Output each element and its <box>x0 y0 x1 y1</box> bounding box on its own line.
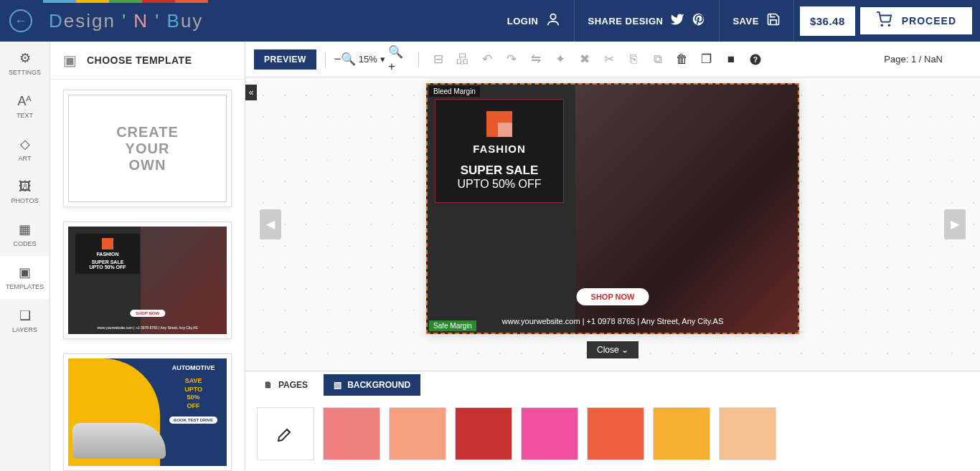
delete-button[interactable]: ✖ <box>574 49 595 70</box>
save-icon <box>766 12 781 30</box>
text-icon: Aᴬ <box>17 93 32 109</box>
svg-point-1 <box>881 24 882 26</box>
tab-background[interactable]: ▧ BACKGROUND <box>324 374 420 396</box>
save-label: SAVE <box>732 16 758 27</box>
flip-button[interactable]: ⇋ <box>525 49 547 70</box>
fashion-text-block[interactable]: FASHION SUPER SALE UPTO 50% OFF <box>435 99 564 203</box>
redo-button[interactable]: ↷ <box>501 49 522 70</box>
svg-point-0 <box>551 14 556 19</box>
share-design-button[interactable]: SHARE DESIGN <box>574 0 719 42</box>
canvas-viewport[interactable]: « ◀ ▶ Bleed Margin Cut Margin Safe Margi… <box>245 77 980 371</box>
discount-text: UPTO 50% OFF <box>444 178 555 191</box>
align-button[interactable]: ⊟ <box>428 49 449 70</box>
qrcode-icon: ▦ <box>19 222 31 237</box>
brand-logo-icon <box>486 111 512 137</box>
pinterest-icon[interactable] <box>692 12 706 30</box>
close-bottom-panel-button[interactable]: Close ⌄ <box>587 341 639 358</box>
proceed-label: PROCEED <box>902 15 956 27</box>
swatch-5[interactable] <box>587 407 644 460</box>
design-canvas[interactable]: Bleed Margin Cut Margin Safe Margin FASH… <box>426 83 799 334</box>
zoom-in-button[interactable]: 🔍+ <box>388 49 410 70</box>
sale-headline: SUPER SALE <box>444 163 555 178</box>
back-button[interactable]: ← <box>0 9 42 32</box>
prev-page-button[interactable]: ◀ <box>260 209 281 239</box>
swatch-7[interactable] <box>719 407 776 460</box>
next-page-button[interactable]: ▶ <box>944 209 966 239</box>
template-card-automotive[interactable]: AUTOMOTIVE SAVE UPTO 50% OFF BOOK TEST D… <box>63 353 232 471</box>
arrow-left-icon: ← <box>14 14 27 29</box>
svg-point-2 <box>888 24 890 26</box>
twitter-icon[interactable] <box>670 12 684 30</box>
zoom-out-button[interactable]: −🔍 <box>334 49 356 70</box>
cut-button[interactable]: ✂ <box>598 49 620 70</box>
app-logo: Design ' N ' Buy <box>49 10 203 32</box>
swatch-1[interactable] <box>323 407 380 460</box>
canvas-area: PREVIEW −🔍 15%▾ 🔍+ ⊟ 品 ↶ ↷ ⇋ ✦ ✖ ✂ ⎘ ⧉ 🗑… <box>245 42 980 471</box>
proceed-button[interactable]: PROCEED <box>859 6 973 35</box>
cart-icon <box>876 11 892 31</box>
gear-icon: ⚙ <box>19 50 31 66</box>
bottom-tabs: 🗎 PAGES ▧ BACKGROUND <box>245 371 980 399</box>
help-button[interactable]: ? <box>745 49 766 70</box>
template-list[interactable]: CREATE YOUR OWN FASHION SUPER SALE UPTO … <box>50 80 245 471</box>
sidebar-item-templates[interactable]: ▣TEMPLATES <box>0 256 50 299</box>
template-card-fashion[interactable]: FASHION SUPER SALE UPTO 50% OFF SHOP NOW… <box>63 222 232 339</box>
login-button[interactable]: LOGIN <box>494 0 575 42</box>
templates-icon: ▣ <box>19 265 31 280</box>
retouch-button[interactable]: ✦ <box>550 49 571 70</box>
layers-icon: ❑ <box>19 308 31 323</box>
paste-button[interactable]: ⧉ <box>647 49 669 70</box>
trash-button[interactable]: 🗑 <box>672 49 693 70</box>
sidebar-item-text[interactable]: AᴬTEXT <box>0 85 50 128</box>
bottom-panel: 🗎 PAGES ▧ BACKGROUND <box>245 371 980 471</box>
safe-margin-label: Safe Margin <box>429 320 476 331</box>
share-label: SHARE DESIGN <box>588 16 663 27</box>
price-display: $36.48 <box>793 0 855 42</box>
sidebar-item-photos[interactable]: 🖼PHOTOS <box>0 171 50 213</box>
app-header: ← Design ' N ' Buy LOGIN SHARE DESIGN SA… <box>0 0 980 42</box>
sidebar-item-codes[interactable]: ▦CODES <box>0 213 50 256</box>
swatch-6[interactable] <box>653 407 710 460</box>
svg-text:?: ? <box>753 54 758 63</box>
chevron-down-icon: ▾ <box>380 54 385 65</box>
canvas-footer-text: www.yourwebsite.com | +1 0978 8765 | Any… <box>502 317 723 325</box>
shop-now-button[interactable]: SHOP NOW <box>577 288 649 305</box>
collapse-panel-button[interactable]: « <box>245 85 257 100</box>
shapes-icon: ◇ <box>20 136 30 152</box>
template-card-create[interactable]: CREATE YOUR OWN <box>63 90 232 207</box>
template-header-icon: ▣ <box>63 52 77 69</box>
price-value: $36.48 <box>800 6 855 36</box>
preview-button[interactable]: PREVIEW <box>254 49 316 70</box>
canvas-toolbar: PREVIEW −🔍 15%▾ 🔍+ ⊟ 品 ↶ ↷ ⇋ ✦ ✖ ✂ ⎘ ⧉ 🗑… <box>245 42 980 77</box>
save-button[interactable]: SAVE <box>719 0 793 42</box>
tab-pages[interactable]: 🗎 PAGES <box>254 374 318 396</box>
sidebar-item-art[interactable]: ◇ART <box>0 128 50 171</box>
swatch-3[interactable] <box>455 407 512 460</box>
undo-button[interactable]: ↶ <box>476 49 498 70</box>
background-swatches <box>245 399 980 469</box>
bleed-margin-label: Bleed Margin <box>429 86 480 97</box>
zoom-dropdown[interactable]: 15%▾ <box>359 54 385 65</box>
sidebar-item-settings[interactable]: ⚙SETTINGS <box>0 42 50 85</box>
color-picker-button[interactable] <box>257 407 314 460</box>
copy-button[interactable]: ⎘ <box>623 49 644 70</box>
swatch-2[interactable] <box>389 407 446 460</box>
pages-icon: 🗎 <box>264 380 273 390</box>
distribute-button[interactable]: 品 <box>452 49 473 70</box>
left-sidebar: ⚙SETTINGS AᴬTEXT ◇ART 🖼PHOTOS ▦CODES ▣TE… <box>0 42 50 471</box>
color-square-icon[interactable]: ■ <box>720 49 742 70</box>
page-indicator: Page: 1 / NaN <box>884 54 943 65</box>
template-panel-header: ▣ CHOOSE TEMPLATE <box>50 42 245 80</box>
swatch-4[interactable] <box>521 407 578 460</box>
sidebar-item-layers[interactable]: ❑LAYERS <box>0 299 50 342</box>
logo-color-bar <box>43 0 208 3</box>
user-icon <box>545 11 561 31</box>
template-panel: ▣ CHOOSE TEMPLATE CREATE YOUR OWN FASHIO… <box>50 42 245 471</box>
background-icon: ▧ <box>334 380 341 390</box>
template-panel-title: CHOOSE TEMPLATE <box>87 54 192 66</box>
image-icon: 🖼 <box>19 179 32 194</box>
duplicate-button[interactable]: ❐ <box>696 49 717 70</box>
brand-text: FASHION <box>444 143 555 155</box>
login-label: LOGIN <box>507 16 539 27</box>
